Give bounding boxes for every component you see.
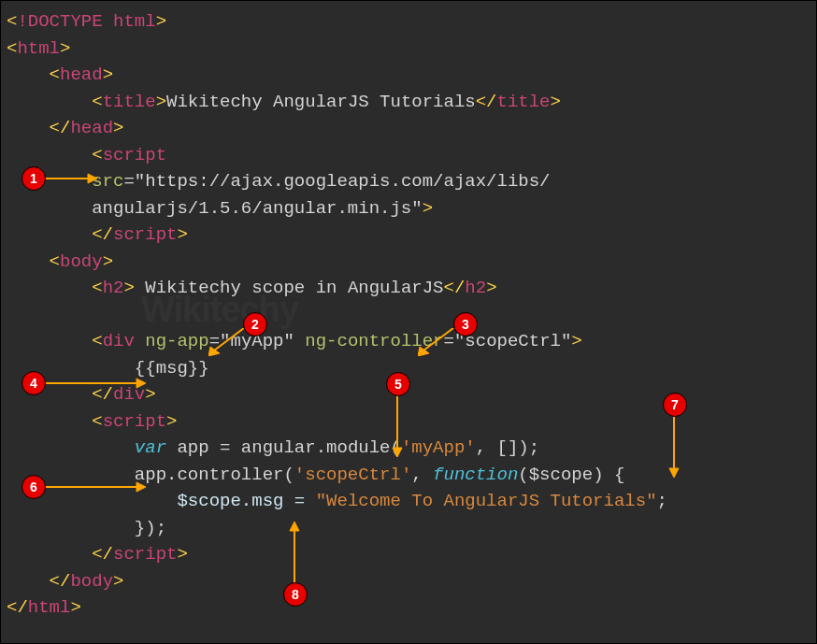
arrow-1 <box>43 173 99 184</box>
svg-marker-9 <box>393 448 402 457</box>
badge-6: 6 <box>22 475 46 499</box>
arrow-7 <box>668 414 680 479</box>
arrow-2 <box>208 328 246 356</box>
arrow-8 <box>289 520 300 585</box>
svg-marker-7 <box>136 379 146 388</box>
badge-4: 4 <box>22 371 46 395</box>
badge-5: 5 <box>386 372 410 396</box>
badge-1: 1 <box>22 166 46 191</box>
svg-line-4 <box>423 328 453 351</box>
svg-marker-13 <box>669 468 679 478</box>
code-block: <!DOCTYPE html> <html> <head> <title>Wik… <box>7 8 810 622</box>
svg-marker-11 <box>136 482 146 492</box>
badge-3: 3 <box>453 312 478 336</box>
svg-line-2 <box>214 328 244 351</box>
arrow-6 <box>43 481 148 493</box>
badge-8: 8 <box>283 582 308 607</box>
svg-marker-1 <box>88 174 97 183</box>
arrow-5 <box>392 394 403 459</box>
badge-7: 7 <box>663 393 687 417</box>
code-container: Wikitechy <!DOCTYPE html> <html> <head> … <box>0 0 817 644</box>
svg-marker-15 <box>290 522 299 531</box>
badge-2: 2 <box>243 312 267 336</box>
arrow-4 <box>43 378 148 389</box>
arrow-3 <box>418 328 455 356</box>
